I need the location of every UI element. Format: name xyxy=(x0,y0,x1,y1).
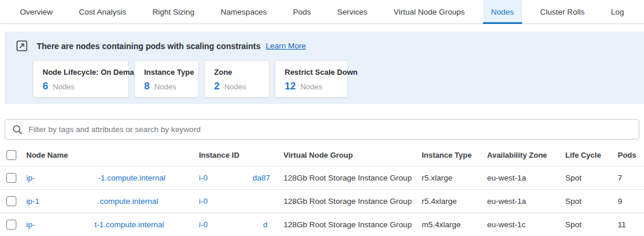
card-instance-type[interactable]: Instance Type 8 Nodes xyxy=(134,60,199,98)
search-icon xyxy=(12,124,23,135)
card-title: Zone xyxy=(214,68,260,77)
card-count: 8 xyxy=(144,81,149,92)
redaction-overlay xyxy=(35,215,94,232)
life-cycle-cell: Spot xyxy=(565,220,618,229)
search-input[interactable] xyxy=(29,125,632,134)
tab-pods[interactable]: Pods xyxy=(285,0,319,23)
instance-id-link[interactable]: d xyxy=(263,220,268,229)
redaction-overlay xyxy=(208,192,278,209)
column-header-pods[interactable]: Pods xyxy=(618,151,644,159)
tab-namespaces[interactable]: Namespaces xyxy=(212,0,275,23)
card-unit: Nodes xyxy=(224,82,246,91)
card-count: 2 xyxy=(214,81,219,92)
tab-cost-analysis[interactable]: Cost Analysis xyxy=(71,0,134,23)
virtual-node-group-cell: 128Gb Root Storage Instance Group xyxy=(284,220,422,229)
scaling-constraint-icon xyxy=(16,40,27,51)
instance-id-link[interactable]: i-0 xyxy=(199,173,208,182)
tab-log[interactable]: Log xyxy=(603,0,632,23)
column-header-life-cycle[interactable]: Life Cycle xyxy=(565,151,618,159)
card-restrict-scale-down[interactable]: Restrict Scale Down 12 Nodes xyxy=(275,60,348,98)
pods-cell: 9 xyxy=(618,197,644,206)
redaction-overlay xyxy=(40,192,98,209)
card-title: Instance Type xyxy=(144,68,189,77)
card-count: 6 xyxy=(43,81,48,92)
select-all-checkbox[interactable] xyxy=(6,150,16,160)
node-name-link[interactable]: t-1.compute.internal xyxy=(94,220,164,229)
availability-zone-cell: eu-west-1a xyxy=(487,173,565,182)
card-count: 12 xyxy=(285,81,296,92)
card-title: Node Lifecycle: On Demand xyxy=(43,68,119,77)
life-cycle-cell: Spot xyxy=(565,173,618,182)
filter-bar xyxy=(5,119,639,140)
availability-zone-cell: eu-west-1a xyxy=(487,197,565,206)
card-title: Restrict Scale Down xyxy=(285,68,338,77)
card-zone[interactable]: Zone 2 Nodes xyxy=(204,60,270,98)
virtual-node-group-cell: 128Gb Root Storage Instance Group xyxy=(284,197,422,206)
column-header-virtual-node-group[interactable]: Virtual Node Group xyxy=(284,151,422,159)
availability-zone-cell: eu-west-1c xyxy=(487,220,565,229)
life-cycle-cell: Spot xyxy=(565,197,618,206)
redaction-overlay xyxy=(35,171,98,188)
column-header-instance-id[interactable]: Instance ID xyxy=(199,151,284,159)
instance-type-cell: r5.xlarge xyxy=(422,173,487,182)
card-unit: Nodes xyxy=(154,82,176,91)
column-header-node-name[interactable]: Node Name xyxy=(26,151,199,159)
banner-message: There are nodes containing pods with sca… xyxy=(37,41,261,51)
node-name-link[interactable]: ip- xyxy=(26,173,35,182)
row-checkbox[interactable] xyxy=(6,173,16,183)
table-row: ip- -1.compute.internal i-0 da87 128Gb R… xyxy=(0,166,644,189)
scaling-constraints-banner: There are nodes containing pods with sca… xyxy=(5,32,644,104)
redaction-overlay xyxy=(208,215,263,232)
virtual-node-group-cell: 128Gb Root Storage Instance Group xyxy=(284,173,422,182)
column-header-instance-type[interactable]: Instance Type xyxy=(422,151,487,159)
tab-cluster-rolls[interactable]: Cluster Rolls xyxy=(532,0,593,23)
node-name-link[interactable]: ip-1 xyxy=(26,197,40,206)
instance-id-link[interactable]: i-0 xyxy=(199,220,208,229)
card-node-lifecycle[interactable]: Node Lifecycle: On Demand 6 Nodes xyxy=(33,60,129,98)
instance-id-link[interactable]: i-0 xyxy=(199,197,208,206)
card-unit: Nodes xyxy=(300,82,323,91)
tab-overview[interactable]: Overview xyxy=(12,0,61,23)
card-unit: Nodes xyxy=(52,82,75,91)
table-row: ip- t-1.compute.internal i-0 d 128Gb Roo… xyxy=(0,213,644,236)
constraint-summary-cards: Node Lifecycle: On Demand 6 Nodes Instan… xyxy=(33,60,644,98)
instance-type-cell: r5.4xlarge xyxy=(422,197,487,206)
row-checkbox[interactable] xyxy=(6,220,16,230)
app: Overview Cost Analysis Right Sizing Name… xyxy=(0,0,644,236)
nodes-table: Node Name Instance ID Virtual Node Group… xyxy=(0,144,644,236)
redaction-overlay xyxy=(208,171,253,188)
instance-id-link[interactable]: da87 xyxy=(253,173,270,182)
tab-services[interactable]: Services xyxy=(329,0,376,23)
table-header: Node Name Instance ID Virtual Node Group… xyxy=(0,144,644,166)
tab-nodes[interactable]: Nodes xyxy=(483,0,522,23)
tab-virtual-node-groups[interactable]: Virtual Node Groups xyxy=(386,0,473,23)
pods-cell: 11 xyxy=(618,220,644,229)
pods-cell: 7 xyxy=(618,173,644,182)
node-name-link[interactable]: -1.compute.internal xyxy=(98,173,166,182)
node-name-link[interactable]: .compute.internal xyxy=(98,197,159,206)
instance-type-cell: m5.4xlarge xyxy=(422,220,487,229)
row-checkbox[interactable] xyxy=(6,196,16,206)
tab-bar: Overview Cost Analysis Right Sizing Name… xyxy=(0,0,644,24)
node-name-link[interactable]: ip- xyxy=(26,220,35,229)
tab-right-sizing[interactable]: Right Sizing xyxy=(144,0,202,23)
table-row: ip-1 .compute.internal i-0 128Gb Root St… xyxy=(0,189,644,213)
learn-more-link[interactable]: Learn More xyxy=(266,41,306,50)
column-header-availability-zone[interactable]: Availability Zone xyxy=(487,151,565,159)
